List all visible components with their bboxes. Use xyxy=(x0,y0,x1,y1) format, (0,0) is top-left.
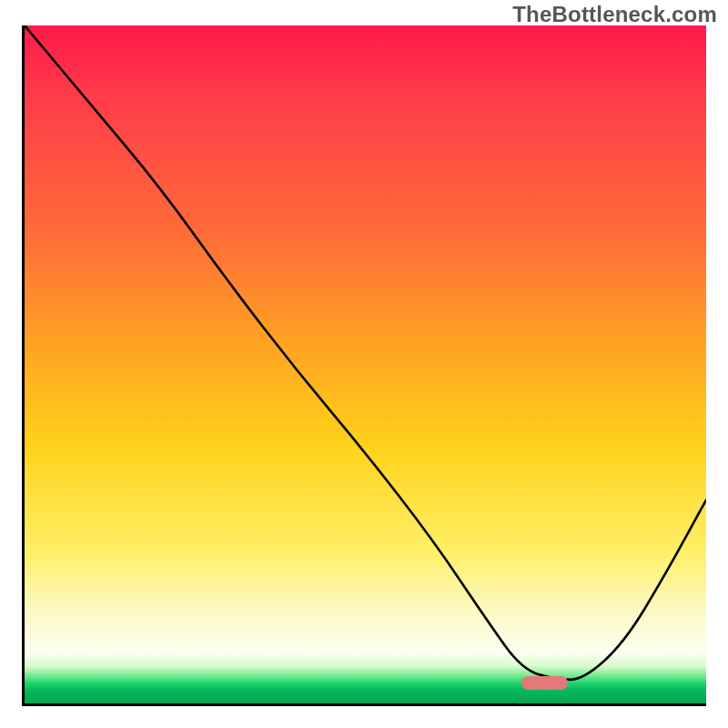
attribution-label: TheBottleneck.com xyxy=(512,2,717,27)
plot-area xyxy=(22,25,706,706)
bottleneck-curve xyxy=(25,25,706,703)
chart-container: TheBottleneck.com xyxy=(0,0,728,728)
optimal-marker xyxy=(521,676,568,690)
